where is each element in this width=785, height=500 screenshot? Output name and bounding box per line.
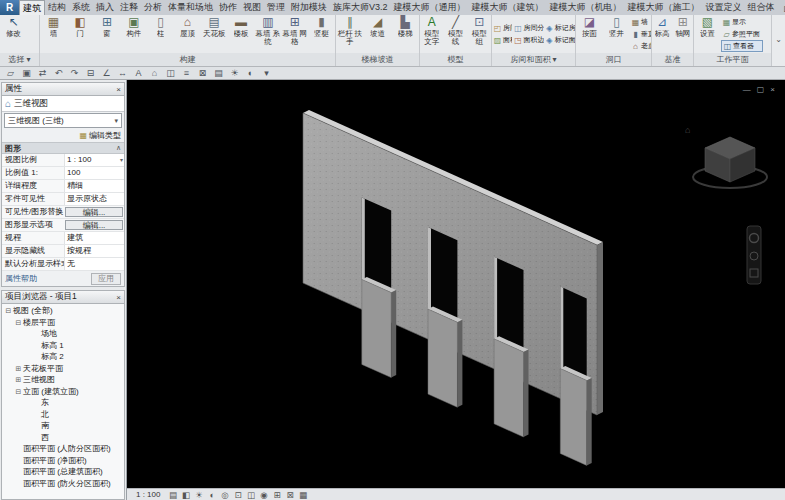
ribbon-tab[interactable]: 视图: [240, 0, 264, 15]
tree-item[interactable]: 面积平面 (净面积): [2, 455, 124, 467]
ribbon-tab[interactable]: 插入: [93, 0, 117, 15]
tree-item[interactable]: ⊟视图 (全部): [2, 305, 124, 317]
close-view-icon[interactable]: ×: [770, 85, 775, 94]
ribbon-tab[interactable]: 管理: [264, 0, 288, 15]
ribbon-tab[interactable]: 分析: [141, 0, 165, 15]
model-line-button[interactable]: ╱ 模型 线: [444, 15, 467, 53]
tree-item[interactable]: ⊞三维视图: [2, 374, 124, 386]
minimize-view-icon[interactable]: —: [743, 85, 751, 94]
ribbon-tab[interactable]: 建筑: [19, 0, 45, 15]
tree-item[interactable]: 东: [2, 397, 124, 409]
panel-label-select[interactable]: 选择 ▾: [0, 53, 39, 66]
ribbon-tab[interactable]: 建模大师（施工）: [625, 0, 703, 15]
stair-button[interactable]: ▙ 楼梯: [392, 15, 419, 53]
restore-view-icon[interactable]: ▢: [757, 85, 765, 94]
ribbon-tab[interactable]: 建模大师（建筑）: [469, 0, 547, 15]
visual-style-icon[interactable]: ◧: [179, 490, 192, 500]
unlocked-3d-view-icon[interactable]: ⊠: [283, 490, 296, 500]
property-value[interactable]: 无: [64, 258, 124, 270]
property-value[interactable]: 编辑...: [65, 220, 123, 230]
tree-item[interactable]: 标高 1: [2, 340, 124, 352]
aligned-dimension-icon[interactable]: ↔: [115, 67, 130, 79]
tree-expand-icon[interactable]: ⊟: [14, 386, 23, 398]
graphics-group-header[interactable]: 图形 ∧: [2, 142, 124, 154]
navigation-bar[interactable]: [747, 226, 761, 284]
redo-icon[interactable]: ↷: [67, 67, 82, 79]
curtain-system-button[interactable]: ▥ 幕墙 系统: [255, 15, 281, 53]
mullion-button[interactable]: ▮ 竖梃: [309, 15, 335, 53]
ribbon-tab[interactable]: 协作: [216, 0, 240, 15]
wall-button[interactable]: ▦ 墙: [41, 15, 67, 53]
temporary-hide-isolate-icon[interactable]: ◉: [257, 490, 270, 500]
property-value[interactable]: 1 : 100: [64, 154, 124, 166]
set-workplane-button[interactable]: ▧ 设置: [695, 15, 721, 53]
edit-type-button[interactable]: 编辑类型: [89, 130, 121, 141]
shadows-icon[interactable]: ◐: [205, 490, 218, 500]
property-value[interactable]: 编辑...: [65, 207, 123, 217]
column-button[interactable]: ▯ 柱: [148, 15, 174, 53]
tree-item[interactable]: 面积平面 (总建筑面积): [2, 466, 124, 478]
text-icon[interactable]: A: [131, 67, 146, 79]
viewcube-home-icon[interactable]: ⌂: [685, 125, 690, 135]
level-button[interactable]: ⊿ 标高: [653, 15, 673, 53]
viewcube[interactable]: ⌂: [685, 125, 767, 188]
detail-level-icon[interactable]: ▤: [166, 490, 179, 500]
curtain-grid-button[interactable]: ⊞ 幕墙 网格: [282, 15, 308, 53]
tree-item[interactable]: ⊞天花板平面: [2, 363, 124, 375]
tree-item[interactable]: 西: [2, 432, 124, 444]
section-icon[interactable]: ◫: [163, 67, 178, 79]
model-group-button[interactable]: ⊡ 模型 组: [468, 15, 491, 53]
shaft-opening-button[interactable]: ▯ 竖井: [604, 15, 630, 53]
ribbon-tab[interactable]: 设置定义: [703, 0, 745, 15]
area-boundary-button[interactable]: ◳ 面积边界: [512, 34, 543, 46]
door-button[interactable]: ◧ 门: [67, 15, 93, 53]
ribbon-tab[interactable]: 注释: [117, 0, 141, 15]
open-icon[interactable]: ▱: [3, 67, 18, 79]
rendering-dialog-icon[interactable]: ◎: [218, 490, 231, 500]
reveal-hidden-elements-icon[interactable]: ⊞: [270, 490, 283, 500]
switch-windows-icon[interactable]: ▤: [211, 67, 226, 79]
wall-opening-button[interactable]: ▦ 墙: [630, 16, 651, 28]
close-icon[interactable]: ×: [116, 85, 121, 94]
show-workplane-button[interactable]: ▦ 显示: [721, 16, 763, 28]
room-separator-button[interactable]: ◫ 房间分隔: [512, 22, 543, 34]
modify-properties-icon[interactable]: ⊡: [780, 3, 785, 15]
view-scale-button[interactable]: 1 : 100: [132, 489, 164, 500]
shadows-toggle-icon[interactable]: ◐: [243, 67, 258, 79]
displace-elements-icon[interactable]: ▦: [296, 490, 309, 500]
sync-icon[interactable]: ⇄: [35, 67, 50, 79]
measure-icon[interactable]: ∠: [99, 67, 114, 79]
application-menu-button[interactable]: R: [0, 0, 19, 15]
ribbon-tab[interactable]: 组合体: [745, 0, 778, 15]
model-text-button[interactable]: A 模型 文字: [421, 15, 444, 53]
properties-help-link[interactable]: 属性帮助: [5, 273, 37, 284]
area-button[interactable]: ▨ 面积: [492, 34, 512, 46]
roof-button[interactable]: ⌂ 屋顶: [175, 15, 201, 53]
tree-expand-icon[interactable]: ⊟: [4, 305, 13, 317]
modify-button[interactable]: ↖ 修改: [1, 15, 27, 53]
print-icon[interactable]: ⊟: [83, 67, 98, 79]
tree-item[interactable]: 面积平面 (防火分区面积): [2, 478, 124, 490]
ribbon-collapse-icon[interactable]: ⌄: [772, 15, 785, 66]
property-value[interactable]: 按规程: [64, 245, 124, 257]
show-crop-region-icon[interactable]: ◫: [244, 490, 257, 500]
panel-label-room-area[interactable]: 房间和面积 ▾: [492, 53, 575, 66]
viewer-button[interactable]: ◫ 查看器: [721, 40, 763, 52]
close-icon[interactable]: ×: [116, 293, 121, 302]
default-3d-view-icon[interactable]: ⌂: [147, 67, 162, 79]
property-value[interactable]: 100: [64, 167, 124, 179]
view-type-dropdown[interactable]: 三维视图 (三维) ▾: [4, 113, 122, 128]
save-icon[interactable]: ▣: [19, 67, 34, 79]
property-value[interactable]: 建筑: [64, 232, 124, 244]
window-button[interactable]: ⊞ 窗: [94, 15, 120, 53]
railing-button[interactable]: ∥ 栏杆 扶手: [337, 15, 364, 53]
qat-caret-icon[interactable]: ▾: [259, 67, 274, 79]
tree-expand-icon[interactable]: ⊞: [14, 363, 23, 375]
ribbon-tab[interactable]: 系统: [69, 0, 93, 15]
ribbon-tab[interactable]: 附加模块: [288, 0, 330, 15]
ramp-button[interactable]: ◢ 坡道: [364, 15, 391, 53]
tree-item[interactable]: 北: [2, 409, 124, 421]
tag-room-button[interactable]: ◈ 标记房间: [544, 22, 575, 34]
room-button[interactable]: ◰ 房间: [492, 22, 512, 34]
tree-item[interactable]: 标高 2: [2, 351, 124, 363]
